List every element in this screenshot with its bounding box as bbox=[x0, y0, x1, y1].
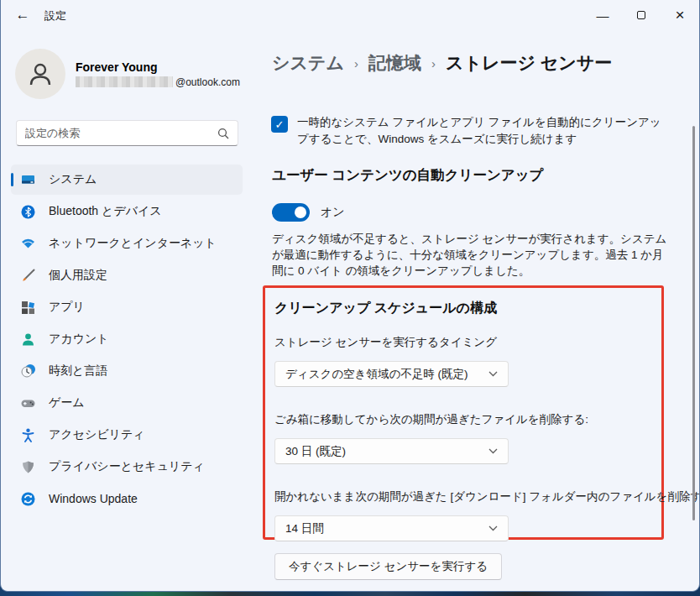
run-storage-sense-button[interactable]: 今すぐストレージ センサーを実行する bbox=[274, 553, 502, 580]
recycle-bin-select[interactable]: 30 日 (既定) bbox=[274, 438, 509, 464]
minimize-button[interactable]: — bbox=[583, 0, 622, 30]
close-button[interactable]: × bbox=[661, 0, 699, 30]
window-controls: — × bbox=[583, 0, 699, 30]
page-title: ストレージ センサー bbox=[446, 51, 612, 75]
downloads-folder-value: 14 日間 bbox=[285, 521, 324, 536]
email-domain: @outlook.com bbox=[175, 76, 240, 88]
sidebar-item-personalization[interactable]: 個人用設定 bbox=[11, 260, 243, 290]
storage-sense-toggle-row: オン bbox=[272, 203, 345, 222]
toggle-state-label: オン bbox=[321, 205, 345, 220]
sidebar-item-label: アカウント bbox=[49, 332, 109, 347]
cleanup-schedule-group: クリーンアップ スケジュールの構成 ストレージ センサーを実行するタイミング デ… bbox=[263, 285, 664, 540]
sidebar-item-time-language[interactable]: 時刻と言語 bbox=[11, 356, 243, 386]
breadcrumb: システム › 記憶域 › ストレージ センサー bbox=[272, 51, 612, 75]
downloads-folder-select[interactable]: 14 日間 bbox=[274, 515, 509, 541]
chevron-down-icon bbox=[488, 525, 498, 531]
sidebar-item-label: アクセシビリティ bbox=[49, 427, 145, 442]
chevron-down-icon bbox=[488, 371, 498, 377]
sidebar-item-privacy-security[interactable]: プライバシーとセキュリティ bbox=[11, 452, 243, 482]
gamepad-icon bbox=[20, 395, 36, 411]
sidebar-item-label: Bluetooth とデバイス bbox=[49, 204, 162, 219]
maximize-icon bbox=[637, 11, 645, 19]
recycle-bin-value: 30 日 (既定) bbox=[285, 444, 346, 459]
vertical-scrollbar[interactable] bbox=[692, 126, 695, 520]
avatar bbox=[15, 49, 65, 99]
chevron-down-icon bbox=[488, 448, 498, 454]
auto-cleanup-checkbox-label[interactable]: 一時的なシステム ファイルとアプリ ファイルを自動的にクリーンアップすることで、… bbox=[297, 114, 670, 147]
accessibility-icon bbox=[20, 427, 36, 443]
brush-icon bbox=[20, 268, 36, 284]
run-timing-value: ディスクの空き領域の不足時 (既定) bbox=[285, 367, 468, 382]
breadcrumb-storage[interactable]: 記憶域 bbox=[368, 51, 421, 75]
user-profile[interactable]: Forever Young @outlook.com bbox=[15, 49, 240, 99]
downloads-folder-label: 開かれないまま次の期間が過ぎた [ダウンロード] フォルダー内のファイルを削除す… bbox=[274, 489, 661, 505]
auto-cleanup-checkbox[interactable]: ✓ bbox=[271, 116, 288, 133]
system-icon bbox=[20, 172, 36, 188]
maximize-button[interactable] bbox=[622, 0, 661, 30]
storage-sense-toggle[interactable] bbox=[272, 203, 310, 222]
apps-icon bbox=[20, 300, 36, 316]
sidebar-item-network-internet[interactable]: ネットワークとインターネット bbox=[11, 228, 243, 259]
shield-icon bbox=[20, 459, 36, 475]
sidebar-item-label: 個人用設定 bbox=[49, 268, 107, 283]
toggle-knob bbox=[295, 207, 306, 218]
checkmark-icon: ✓ bbox=[275, 118, 285, 131]
titlebar: ← 設定 — × bbox=[1, 0, 699, 30]
sidebar-item-label: ゲーム bbox=[49, 395, 85, 410]
recycle-bin-label: ごみ箱に移動してから次の期間が過ぎたファイルを削除する: bbox=[274, 412, 661, 427]
settings-search[interactable] bbox=[16, 120, 238, 146]
sidebar-item-label: ネットワークとインターネット bbox=[49, 236, 217, 251]
person-icon bbox=[26, 60, 55, 88]
sidebar-item-label: アプリ bbox=[49, 300, 85, 315]
sidebar-nav: システム Bluetooth とデバイス ネットワークとインターネット bbox=[5, 163, 248, 515]
sidebar-item-system[interactable]: システム bbox=[11, 165, 243, 195]
sidebar-item-gaming[interactable]: ゲーム bbox=[11, 388, 243, 418]
back-arrow-icon: ← bbox=[16, 7, 30, 24]
run-timing-select[interactable]: ディスクの空き領域の不足時 (既定) bbox=[274, 361, 509, 387]
app-title: 設定 bbox=[44, 8, 66, 24]
close-icon: × bbox=[675, 6, 684, 24]
auto-cleanup-checkbox-row: ✓ 一時的なシステム ファイルとアプリ ファイルを自動的にクリーンアップすること… bbox=[271, 114, 670, 147]
breadcrumb-separator: › bbox=[431, 56, 436, 71]
email-redacted-blur bbox=[76, 76, 173, 87]
back-button[interactable]: ← bbox=[9, 3, 36, 27]
minimize-icon: — bbox=[597, 8, 609, 23]
sidebar-item-label: 時刻と言語 bbox=[49, 363, 107, 379]
account-icon bbox=[20, 332, 36, 348]
clock-language-icon bbox=[20, 363, 36, 379]
breadcrumb-system[interactable]: システム bbox=[272, 51, 344, 75]
search-icon bbox=[217, 128, 229, 139]
profile-name: Forever Young bbox=[76, 60, 240, 74]
sidebar-item-label: システム bbox=[49, 172, 97, 187]
section-title: ユーザー コンテンツの自動クリーンアップ bbox=[272, 166, 544, 185]
storage-sense-description: ディスク領域が不足すると、ストレージ センサーが実行されます。システムが最適に動… bbox=[272, 232, 668, 280]
settings-window: ← 設定 — × Forever Young @out bbox=[0, 0, 700, 592]
sidebar-item-bluetooth-devices[interactable]: Bluetooth とデバイス bbox=[11, 196, 243, 227]
run-timing-label: ストレージ センサーを実行するタイミング bbox=[274, 335, 661, 350]
search-input[interactable] bbox=[25, 127, 217, 139]
bluetooth-icon bbox=[20, 204, 36, 220]
cleanup-schedule-title: クリーンアップ スケジュールの構成 bbox=[274, 300, 661, 317]
sidebar-item-label: Windows Update bbox=[49, 492, 138, 505]
sidebar-item-label: プライバシーとセキュリティ bbox=[49, 459, 205, 474]
sidebar-item-accessibility[interactable]: アクセシビリティ bbox=[11, 420, 243, 450]
wifi-icon bbox=[20, 236, 36, 252]
update-icon bbox=[20, 491, 36, 507]
profile-email: @outlook.com bbox=[76, 76, 240, 88]
sidebar-item-windows-update[interactable]: Windows Update bbox=[11, 484, 243, 514]
breadcrumb-separator: › bbox=[354, 56, 358, 71]
sidebar-item-accounts[interactable]: アカウント bbox=[11, 324, 243, 354]
sidebar-item-apps[interactable]: アプリ bbox=[11, 292, 243, 322]
